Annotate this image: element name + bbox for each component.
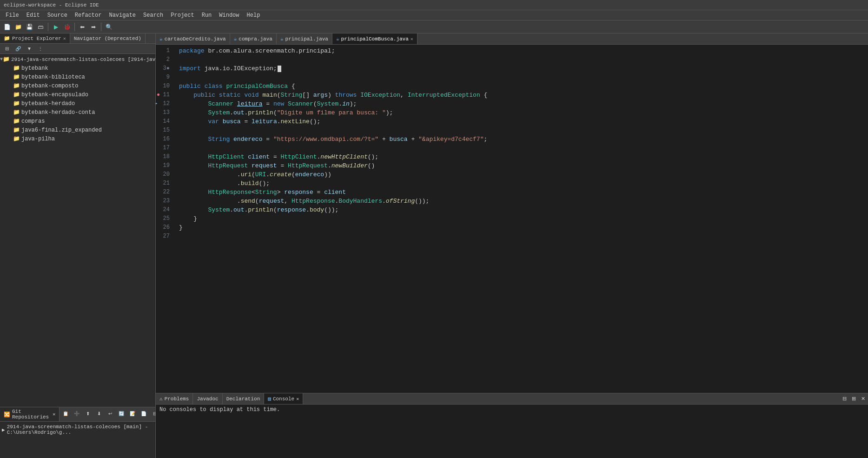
left-tab-toolbar: ⊟ 🔗 ▼ ⋮ <box>0 44 155 54</box>
filter-btn[interactable]: ▼ <box>24 44 34 54</box>
navigator-label: Navigator (Deprecated) <box>74 36 141 41</box>
folder-icon-root: 📁 <box>3 56 10 63</box>
code-content-22: HttpResponse<String> response = client <box>175 188 346 197</box>
menu-edit[interactable]: Edit <box>23 11 44 20</box>
compra-icon: ☕ <box>234 36 237 42</box>
collapse-all-btn[interactable]: ⊟ <box>2 44 12 54</box>
git-icon: 🔀 <box>4 412 10 418</box>
tree-item-bytebank-herdado-conta[interactable]: 📁 bytebank-herdado-conta <box>0 108 155 117</box>
git-item-1[interactable]: ▶ 2914-java-screenmatch-listas-colecoes … <box>2 424 153 436</box>
tab-problems[interactable]: ⚠ Problems <box>156 393 193 404</box>
folder-icon-bhc: 📁 <box>13 109 20 116</box>
tab-principal[interactable]: ☕ principal.java <box>277 33 332 44</box>
tree-item-bytebank-herdado[interactable]: 📁 bytebank-herdado <box>0 99 155 108</box>
code-content-26: } <box>175 223 183 232</box>
project-explorer-close[interactable]: ✕ <box>63 36 66 41</box>
tab-git[interactable]: 🔀 Git Repositories ✕ <box>0 407 60 421</box>
folder-icon-bytebank: 📁 <box>13 65 20 72</box>
git-content: ▶ 2914-java-screenmatch-listas-colecoes … <box>0 422 155 438</box>
bottom-btn-2[interactable]: ⊞ <box>849 395 858 403</box>
toolbar-open[interactable]: 📁 <box>13 22 23 32</box>
menu-project[interactable]: Project <box>167 11 198 20</box>
menu-navigate[interactable]: Navigate <box>105 11 139 20</box>
menu-help[interactable]: Help <box>243 11 264 20</box>
busca-close[interactable]: ✕ <box>411 36 413 42</box>
tab-project-explorer[interactable]: 📁 Project Explorer ✕ <box>0 33 70 43</box>
tree-item-bytebank[interactable]: 📁 bytebank <box>0 64 155 73</box>
sep1 <box>48 23 48 31</box>
menu-run[interactable]: Run <box>198 11 216 20</box>
git-label: Git Repositories <box>12 409 49 420</box>
cartao-label: cartaoDeCredito.java <box>165 36 226 42</box>
title-bar: eclipse-workspace - Eclipse IDE <box>0 0 868 10</box>
tree-item-java6[interactable]: 📁 java6-final.zip_expanded <box>0 126 155 134</box>
git-btn-7[interactable]: 📝 <box>127 408 138 418</box>
menu-search[interactable]: Search <box>139 11 167 20</box>
code-content-23: .send(request, HttpResponse.BodyHandlers… <box>175 197 429 206</box>
bottom-left-panel: 🔀 Git Repositories ✕ 📋 ➕ ⬆ ⬇ ↩ 🔄 📝 📄 ⊟ ⊞ <box>0 407 155 458</box>
code-content-24: System.out.println(response.body()); <box>175 206 338 214</box>
main-layout: 📁 Project Explorer ✕ Navigator (Deprecat… <box>0 33 868 458</box>
tab-javadoc[interactable]: Javadoc <box>193 393 222 404</box>
tree-item-bytebank-encapsulado[interactable]: 📁 bytebank-encapsulado <box>0 90 155 99</box>
cartao-icon: ☕ <box>159 36 163 42</box>
bottom-btn-1[interactable]: ⊟ <box>840 395 848 403</box>
bottom-btn-3[interactable]: ✕ <box>859 395 867 403</box>
ln-25: 25 <box>156 214 175 223</box>
tree-item-compras[interactable]: 📁 compras <box>0 117 155 126</box>
git-btn-4[interactable]: ⬇ <box>94 408 104 418</box>
tree-item-bytebank-biblioteca[interactable]: 📁 bytebank-biblioteca <box>0 73 155 81</box>
git-btn-5[interactable]: ↩ <box>105 408 115 418</box>
tree-item-bytebank-composto[interactable]: 📁 bytebank-composto <box>0 81 155 90</box>
menu-source[interactable]: Source <box>44 11 71 20</box>
console-close[interactable]: ✕ <box>296 396 299 402</box>
code-content-18: HttpClient client = HttpClient.newHttpCl… <box>175 153 378 161</box>
link-editor-btn[interactable]: 🔗 <box>13 44 23 54</box>
tree-label-pilha: java-pilha <box>21 136 55 142</box>
tree-item-root[interactable]: ▼ 📁 2914-java-screenmatch-listas-colecoe… <box>0 55 155 64</box>
toolbar-prev[interactable]: ⬅ <box>77 22 87 32</box>
git-close[interactable]: ✕ <box>53 412 55 417</box>
toolbar-search[interactable]: 🔍 <box>104 22 114 32</box>
toolbar-next[interactable]: ➡ <box>88 22 99 32</box>
code-content-20: .uri(URI.create(endereco)) <box>175 170 331 179</box>
menu-window[interactable]: Window <box>215 11 243 20</box>
code-line-10: 10 public class principalComBusca { <box>156 82 868 91</box>
bottom-toolbar: ⊟ ⊞ ✕ <box>839 393 868 404</box>
editor-tabs: ☕ cartaoDeCredito.java ☕ compra.java ☕ p… <box>156 33 868 45</box>
code-line-24: 24 System.out.println(response.body()); <box>156 206 868 214</box>
tab-cartao[interactable]: ☕ cartaoDeCredito.java <box>156 33 230 44</box>
busca-icon: ☕ <box>336 36 339 42</box>
tab-declaration[interactable]: Declaration <box>223 393 265 404</box>
git-btn-2[interactable]: ➕ <box>72 408 82 418</box>
toolbar-save-all[interactable]: 🗃 <box>35 22 46 32</box>
toolbar-debug[interactable]: 🐞 <box>62 22 72 32</box>
menu-refactor[interactable]: Refactor <box>71 11 106 20</box>
git-btn-3[interactable]: ⬆ <box>83 408 93 418</box>
principal-label: principal.java <box>285 36 328 42</box>
code-line-12: 12▶ Scanner leitura = new Scanner(System… <box>156 100 868 108</box>
sep3 <box>101 23 101 31</box>
git-btn-8[interactable]: 📄 <box>139 408 149 418</box>
code-content-16: String endereco = "https://www.omdbapi.c… <box>175 135 487 144</box>
toolbar-run[interactable]: ▶ <box>51 22 61 32</box>
bottom-content: No consoles to display at this time. <box>156 405 868 458</box>
code-line-13: 13 System.out.println("Digite um filme p… <box>156 108 868 117</box>
tab-principalcombusca[interactable]: ☕ principalComBusca.java ✕ <box>332 33 417 44</box>
toolbar-new[interactable]: 📄 <box>2 22 12 32</box>
git-btn-1[interactable]: 📋 <box>60 408 71 418</box>
menu-file[interactable]: File <box>2 11 23 20</box>
tab-navigator[interactable]: Navigator (Deprecated) <box>70 33 146 43</box>
toolbar-save[interactable]: 💾 <box>24 22 34 32</box>
tree-item-java-pilha[interactable]: 📁 java-pilha <box>0 134 155 143</box>
code-editor[interactable]: 1 package br.com.alura.screenmatch.princ… <box>156 45 868 393</box>
sep2 <box>74 23 75 31</box>
ln-11: 11● <box>156 91 175 100</box>
folder-icon-pilha: 📁 <box>13 135 20 142</box>
tab-compra[interactable]: ☕ compra.java <box>230 33 277 44</box>
code-line-25: 25 } <box>156 214 868 223</box>
tab-console[interactable]: ▥ Console ✕ <box>264 393 303 404</box>
code-line-16: 16 String endereco = "https://www.omdbap… <box>156 135 868 144</box>
view-menu-btn[interactable]: ⋮ <box>35 44 46 54</box>
git-btn-6[interactable]: 🔄 <box>116 408 126 418</box>
